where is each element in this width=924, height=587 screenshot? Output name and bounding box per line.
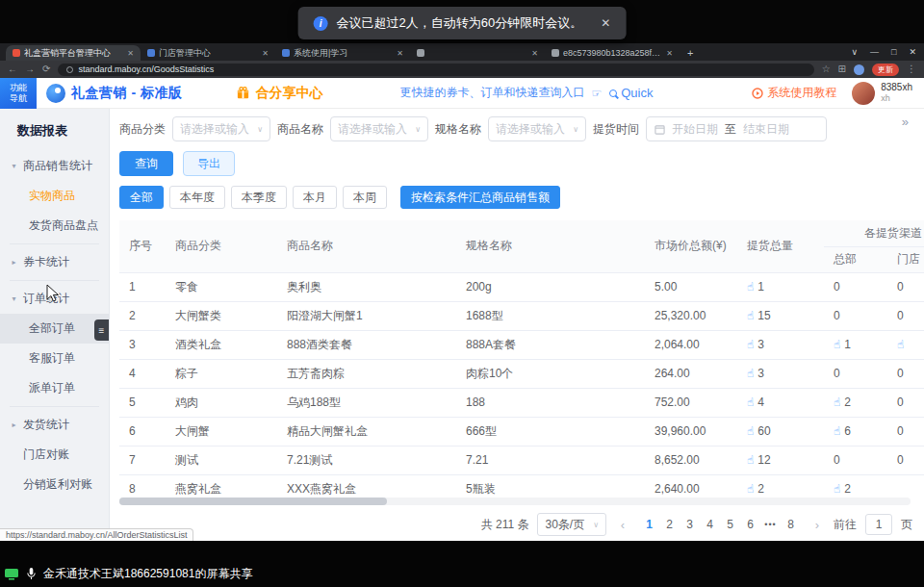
quick-filter-chip[interactable]: 本月 <box>293 186 337 209</box>
address-bar[interactable]: standard.maboy.cn/GoodsStatistics <box>58 64 813 76</box>
spec-select[interactable]: 请选择或输入 ∨ <box>488 116 586 141</box>
panel-collapse-icon[interactable]: » <box>902 115 909 129</box>
cell-category: 燕窝礼盒 <box>166 474 277 496</box>
table-row: 5鸡肉乌鸡188型188752.00☝4☝20 <box>119 388 924 417</box>
toast-close-icon[interactable]: ✕ <box>601 16 610 30</box>
pickup-count-link[interactable]: ☝1 <box>747 280 764 294</box>
new-tab-button[interactable]: + <box>687 47 693 59</box>
prev-page-button[interactable]: ‹ <box>615 518 630 532</box>
jump-page-input[interactable] <box>865 514 892 535</box>
browser-tab[interactable]: 系统使用|学习✕ <box>275 45 410 61</box>
tab-favicon-icon <box>417 49 424 57</box>
pickup-cell: ☝3 <box>737 330 824 359</box>
date-range-picker[interactable]: 开始日期 至 结束日期 <box>646 116 827 141</box>
cell-index: 6 <box>119 417 166 446</box>
search-button[interactable]: 查询 <box>119 151 173 176</box>
tab-close-icon[interactable]: ✕ <box>127 49 134 58</box>
horizontal-scrollbar[interactable] <box>119 498 911 505</box>
maximize-button[interactable]: □ <box>891 47 896 57</box>
quick-link[interactable]: Quick <box>621 86 653 100</box>
page-button[interactable]: 1 <box>639 514 659 535</box>
kebab-menu-icon[interactable]: ⋮ <box>907 64 916 74</box>
reload-icon[interactable]: ⟳ <box>42 64 50 74</box>
pickup-count-link[interactable]: ☝15 <box>747 309 771 322</box>
pickup-count-link[interactable]: ☝2 <box>747 482 764 496</box>
pickup-count-link[interactable]: ☝4 <box>747 396 764 409</box>
browser-tab[interactable]: 礼盒营销平台管理中心✕ <box>6 45 141 61</box>
extensions-icon[interactable]: ⊞ <box>838 64 846 74</box>
pickup-count-link[interactable]: ☝1 <box>834 338 851 351</box>
sidebar-item[interactable]: 分销返利对账 <box>0 470 109 499</box>
pickup-count-link[interactable]: ☝3 <box>747 367 764 380</box>
pickup-count-link[interactable]: ☝60 <box>747 424 771 438</box>
page-button[interactable]: 2 <box>659 514 680 535</box>
page-size-select[interactable]: 30条/页 ∨ <box>537 513 606 536</box>
browser-tab[interactable]: 门店管理中心✕ <box>141 45 275 61</box>
tutorial-link[interactable]: 系统使用教程 <box>752 85 836 101</box>
pickup-count-link[interactable]: ☝2 <box>834 396 851 409</box>
sidebar-item[interactable]: ▸券卡统计 <box>0 247 109 277</box>
quick-filter-chip[interactable]: 本季度 <box>231 186 287 209</box>
pointer-hand-icon: ☝ <box>747 338 754 351</box>
sidebar-item[interactable]: 门店对账 <box>0 440 109 470</box>
name-select[interactable]: 请选择或输入 ∨ <box>330 116 428 141</box>
tab-close-icon[interactable]: ✕ <box>531 49 538 58</box>
page-button[interactable]: 6 <box>740 514 760 535</box>
pointer-hand-icon: ☝ <box>747 280 754 294</box>
site-info-icon[interactable] <box>66 66 73 73</box>
summary-button[interactable]: 按检索条件汇总商品销售额 <box>400 186 560 209</box>
quick-filter-chip[interactable]: 本年度 <box>169 186 225 209</box>
scrollbar-thumb[interactable] <box>119 498 387 505</box>
page-button[interactable]: 5 <box>720 514 740 535</box>
tab-favicon-icon <box>147 49 155 57</box>
pickup-count-link[interactable]: ☝2 <box>834 482 851 496</box>
sub-column-header: 门店 <box>887 246 924 272</box>
cell-spec: 188 <box>456 388 645 417</box>
pickup-count-link[interactable]: ☝6 <box>834 424 851 438</box>
cell-category: 零食 <box>166 272 277 301</box>
pickup-count-link[interactable]: ☝3 <box>747 338 764 351</box>
cell-index: 8 <box>119 474 166 496</box>
sidebar-subitem[interactable]: 全部订单 <box>0 314 109 344</box>
page-button[interactable]: 3 <box>680 514 700 535</box>
tab-close-icon[interactable]: ✕ <box>262 49 269 58</box>
sidebar-collapse-handle[interactable]: ≡ <box>94 319 109 341</box>
export-button[interactable]: 导出 <box>183 151 235 176</box>
tab-close-icon[interactable]: ✕ <box>397 49 403 58</box>
sidebar-item[interactable]: ▾商品销售统计 <box>0 151 109 181</box>
tab-search-icon[interactable]: ∨ <box>851 47 858 57</box>
minimize-button[interactable]: — <box>870 47 879 57</box>
sidebar-item-label: 门店对账 <box>23 447 69 463</box>
close-window-button[interactable]: ✕ <box>909 47 916 57</box>
sidebar-subitem[interactable]: 实物商品 <box>0 181 109 211</box>
sidebar-item[interactable]: ▸发货统计 <box>0 410 109 440</box>
bookmark-star-icon[interactable]: ☆ <box>822 64 831 74</box>
sidebar-subitem[interactable]: 发货商品盘点 <box>0 211 109 241</box>
sidebar-subitem[interactable]: 客服订单 <box>0 344 109 373</box>
back-icon[interactable]: ← <box>8 64 17 74</box>
tab-favicon-icon <box>282 49 290 57</box>
share-center-link[interactable]: 合分享中心 <box>255 85 322 102</box>
browser-tab[interactable]: e8c573980b1328a258fd2e6✕ <box>545 45 680 61</box>
function-nav-button[interactable]: 功能 导航 <box>0 78 37 109</box>
update-button[interactable]: 更新 <box>872 64 899 76</box>
page-button[interactable]: 4 <box>700 514 720 535</box>
forward-icon[interactable]: → <box>25 64 35 74</box>
browser-tab[interactable]: ✕ <box>410 45 545 61</box>
page-button[interactable]: 8 <box>781 514 801 535</box>
tab-favicon-icon <box>552 49 559 57</box>
brand-logo-icon <box>46 84 65 103</box>
category-select[interactable]: 请选择或输入 ∨ <box>172 116 270 141</box>
pickup-cell: 0 <box>887 388 924 417</box>
quick-filter-chip[interactable]: 本周 <box>343 186 387 209</box>
tab-title: 系统使用|学习 <box>294 47 393 60</box>
sidebar-subitem[interactable]: 派单订单 <box>0 373 109 403</box>
pickup-count-link[interactable]: ☝ <box>897 338 908 351</box>
browser-profile-avatar[interactable] <box>854 64 864 75</box>
next-page-button[interactable]: › <box>809 518 825 532</box>
user-avatar[interactable] <box>852 82 875 105</box>
tab-close-icon[interactable]: ✕ <box>666 49 673 58</box>
cell-amount: 2,064.00 <box>645 330 737 359</box>
quick-filter-chip[interactable]: 全部 <box>119 186 164 209</box>
pickup-count-link[interactable]: ☝12 <box>747 453 771 467</box>
